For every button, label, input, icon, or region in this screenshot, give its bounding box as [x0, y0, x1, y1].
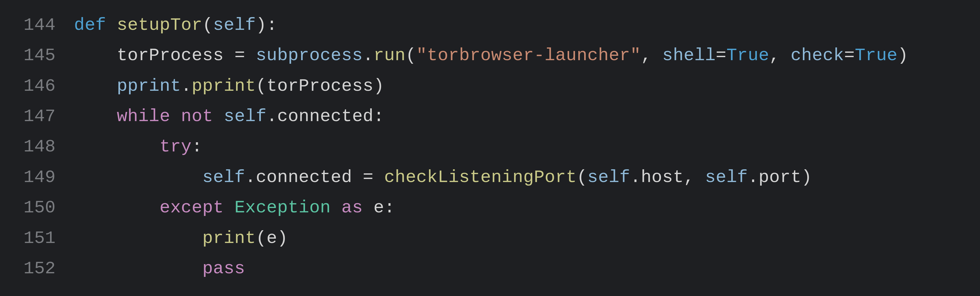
token-self: self: [705, 168, 748, 187]
token-plain: ): [801, 168, 812, 187]
line-number: 148: [0, 132, 74, 162]
token-plain: ): [373, 76, 384, 96]
token-plain: ):: [256, 15, 277, 35]
token-plain: ,: [684, 168, 705, 187]
token-fn-call: print: [202, 228, 256, 249]
token-plain: [363, 198, 374, 218]
token-plain: =: [363, 168, 384, 187]
code-content[interactable]: while not self.connected:: [74, 101, 980, 132]
token-plain: (: [256, 228, 266, 249]
token-fn-call: checkListeningPort: [384, 168, 576, 187]
code-content[interactable]: except Exception as e:: [74, 193, 980, 223]
code-line[interactable]: 148 try:: [0, 132, 980, 162]
code-line[interactable]: 151 print(e): [0, 223, 980, 254]
code-line[interactable]: 149 self.connected = checkListeningPort(…: [0, 162, 980, 193]
code-line[interactable]: 152 pass: [0, 254, 980, 284]
code-content[interactable]: print(e): [74, 223, 980, 254]
line-number: 152: [0, 254, 74, 284]
token-fn-call: run: [373, 46, 406, 65]
token-const: True: [726, 46, 769, 65]
token-plain: :: [384, 198, 395, 218]
token-class-name: Exception: [234, 198, 331, 218]
line-number: 149: [0, 162, 74, 193]
token-param: shell: [662, 46, 716, 65]
token-plain: connected: [256, 168, 363, 187]
code-line[interactable]: 145 torProcess = subprocess.run("torbrow…: [0, 41, 980, 71]
token-plain: (: [256, 76, 266, 96]
token-fn-decl: setupTor: [117, 15, 202, 35]
token-self: self: [213, 15, 256, 35]
code-line[interactable]: 146 pprint.pprint(torProcess): [0, 71, 980, 101]
token-plain: .: [181, 76, 192, 96]
token-param: check: [791, 46, 844, 65]
token-plain: .: [245, 168, 256, 187]
code-content[interactable]: pprint.pprint(torProcess): [74, 71, 980, 101]
token-kw-flow: except: [159, 198, 224, 218]
code-content[interactable]: try:: [74, 132, 980, 162]
token-self: self: [587, 168, 630, 187]
token-plain: [213, 106, 224, 127]
token-plain: ): [277, 228, 288, 249]
token-plain: .: [748, 168, 759, 187]
line-number: 146: [0, 71, 74, 101]
line-number: 145: [0, 41, 74, 71]
token-plain: =: [716, 46, 727, 65]
token-kw-def: def: [74, 15, 106, 35]
token-plain: [224, 198, 234, 218]
token-plain: [106, 15, 117, 35]
code-line[interactable]: 144def setupTor(self):: [0, 10, 980, 41]
code-content[interactable]: def setupTor(self):: [74, 10, 980, 41]
token-kw-flow: pass: [202, 259, 245, 279]
token-plain: ,: [641, 46, 662, 65]
token-const: True: [855, 46, 897, 65]
token-fn-call: pprint: [192, 76, 256, 96]
token-plain: port: [759, 168, 801, 187]
token-plain: =: [844, 46, 855, 65]
token-attr: pprint: [117, 76, 181, 96]
token-plain: torProcess: [266, 76, 373, 96]
code-line[interactable]: 150 except Exception as e:: [0, 193, 980, 223]
token-plain: host: [641, 168, 684, 187]
token-plain: .: [266, 106, 277, 127]
code-content[interactable]: self.connected = checkListeningPort(self…: [74, 162, 980, 193]
token-plain: .: [630, 168, 641, 187]
token-plain: .: [363, 46, 374, 65]
token-plain: e: [266, 228, 277, 249]
token-kw-flow: while: [117, 106, 170, 127]
token-plain: (: [406, 46, 416, 65]
token-plain: ,: [769, 46, 791, 65]
token-str: "torbrowser-launcher": [416, 46, 641, 65]
token-kw-flow: as: [342, 198, 363, 218]
line-number: 151: [0, 223, 74, 254]
token-plain: :: [192, 137, 202, 157]
token-plain: [170, 106, 181, 127]
line-number: 144: [0, 10, 74, 41]
token-self: self: [202, 168, 245, 187]
token-plain: torProcess: [117, 46, 234, 65]
token-plain: ): [897, 46, 908, 65]
token-plain: :: [374, 106, 384, 127]
line-number: 150: [0, 193, 74, 223]
token-plain: (: [202, 15, 213, 35]
token-attr: subprocess: [256, 46, 363, 65]
token-plain: connected: [277, 106, 373, 127]
line-number: 147: [0, 101, 74, 132]
token-kw-flow: not: [181, 106, 213, 127]
token-kw-flow: try: [159, 137, 192, 157]
token-plain: =: [234, 46, 256, 65]
code-content[interactable]: torProcess = subprocess.run("torbrowser-…: [74, 41, 980, 71]
code-content[interactable]: pass: [74, 254, 980, 284]
code-editor[interactable]: 144def setupTor(self):145 torProcess = s…: [0, 0, 980, 284]
code-line[interactable]: 147 while not self.connected:: [0, 101, 980, 132]
token-var-e: e: [373, 198, 384, 218]
token-self: self: [224, 106, 267, 127]
token-plain: [331, 198, 342, 218]
token-plain: (: [577, 168, 587, 187]
